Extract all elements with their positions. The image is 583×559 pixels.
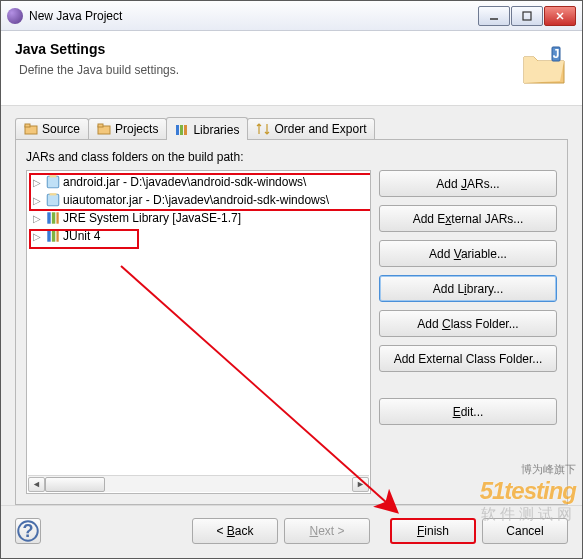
libraries-tree[interactable]: ▷ android.jar - D:\javadev\android-sdk-w…: [26, 170, 371, 494]
add-external-jars-button[interactable]: Add External JARs...: [379, 205, 557, 232]
jar-icon: [45, 193, 61, 207]
horizontal-scrollbar[interactable]: ◄ ►: [28, 475, 369, 492]
svg-text:J: J: [553, 47, 560, 61]
svg-rect-16: [50, 193, 57, 195]
tree-item-label: uiautomator.jar - D:\javadev\android-sdk…: [63, 193, 329, 207]
tab-label: Libraries: [193, 123, 239, 137]
titlebar[interactable]: New Java Project: [1, 1, 582, 31]
tab-source[interactable]: Source: [15, 118, 89, 139]
scroll-left-button[interactable]: ◄: [28, 477, 45, 492]
scroll-right-button[interactable]: ►: [352, 477, 369, 492]
back-button[interactable]: < Back: [192, 518, 278, 544]
tree-item[interactable]: ▷ uiautomator.jar - D:\javadev\android-s…: [29, 191, 368, 209]
tab-label: Source: [42, 122, 80, 136]
svg-rect-21: [52, 230, 55, 241]
expand-icon[interactable]: ▷: [33, 195, 45, 206]
scroll-track[interactable]: [45, 477, 352, 492]
tree-item[interactable]: ▷ JRE System Library [JavaSE-1.7]: [29, 209, 368, 227]
source-icon: [24, 123, 38, 135]
svg-rect-15: [47, 194, 58, 205]
banner: Java Settings Define the Java build sett…: [1, 31, 582, 106]
svg-rect-12: [184, 125, 187, 135]
tree-item-label: JUnit 4: [63, 229, 100, 243]
banner-heading: Java Settings: [15, 41, 520, 57]
edit-button[interactable]: Edit...: [379, 398, 557, 425]
tree-item-label: JRE System Library [JavaSE-1.7]: [63, 211, 241, 225]
svg-rect-22: [56, 230, 58, 241]
scroll-thumb[interactable]: [45, 477, 105, 492]
next-button[interactable]: Next >: [284, 518, 370, 544]
add-jars-button[interactable]: Add JARs...: [379, 170, 557, 197]
libraries-panel: JARs and class folders on the build path…: [15, 139, 568, 505]
button-column: Add JARs... Add External JARs... Add Var…: [379, 170, 557, 494]
tab-label: Projects: [115, 122, 158, 136]
footer: ? < Back Next > Finish Cancel: [1, 505, 582, 558]
add-variable-button[interactable]: Add Variable...: [379, 240, 557, 267]
tree-item-label: android.jar - D:\javadev\android-sdk-win…: [63, 175, 306, 189]
folder-java-icon: J: [520, 41, 568, 89]
svg-rect-10: [176, 125, 179, 135]
svg-rect-19: [56, 212, 58, 223]
minimize-button[interactable]: [478, 6, 510, 26]
projects-icon: [97, 123, 111, 135]
tree-item[interactable]: ▷ JUnit 4: [29, 227, 368, 245]
order-export-icon: [256, 123, 270, 135]
libraries-icon: [175, 124, 189, 136]
panel-label: JARs and class folders on the build path…: [26, 150, 557, 164]
close-button[interactable]: [544, 6, 576, 26]
tab-bar: Source Projects Libraries Order and Expo…: [15, 116, 568, 139]
svg-rect-13: [47, 176, 58, 187]
cancel-button[interactable]: Cancel: [482, 518, 568, 544]
add-external-class-folder-button[interactable]: Add External Class Folder...: [379, 345, 557, 372]
jar-icon: [45, 175, 61, 189]
help-button[interactable]: ?: [15, 518, 41, 544]
tab-libraries[interactable]: Libraries: [166, 117, 248, 140]
svg-text:?: ?: [23, 521, 34, 541]
banner-sub: Define the Java build settings.: [19, 63, 520, 77]
eclipse-icon: [7, 8, 23, 24]
window-title: New Java Project: [29, 9, 478, 23]
svg-rect-11: [180, 125, 183, 135]
maximize-button[interactable]: [511, 6, 543, 26]
tab-label: Order and Export: [274, 122, 366, 136]
add-library-button[interactable]: Add Library...: [379, 275, 557, 302]
svg-rect-18: [52, 212, 55, 223]
svg-rect-1: [523, 12, 531, 20]
library-icon: [45, 229, 61, 243]
library-icon: [45, 211, 61, 225]
svg-rect-20: [47, 230, 50, 241]
dialog-window: New Java Project Java Settings Define th…: [0, 0, 583, 559]
add-class-folder-button[interactable]: Add Class Folder...: [379, 310, 557, 337]
svg-rect-7: [25, 124, 30, 127]
svg-rect-9: [98, 124, 103, 127]
expand-icon[interactable]: ▷: [33, 213, 45, 224]
finish-button[interactable]: Finish: [390, 518, 476, 544]
tab-projects[interactable]: Projects: [88, 118, 167, 139]
svg-rect-14: [50, 175, 57, 177]
tab-order-export[interactable]: Order and Export: [247, 118, 375, 139]
tree-item[interactable]: ▷ android.jar - D:\javadev\android-sdk-w…: [29, 173, 368, 191]
svg-rect-17: [47, 212, 50, 223]
expand-icon[interactable]: ▷: [33, 177, 45, 188]
expand-icon[interactable]: ▷: [33, 231, 45, 242]
